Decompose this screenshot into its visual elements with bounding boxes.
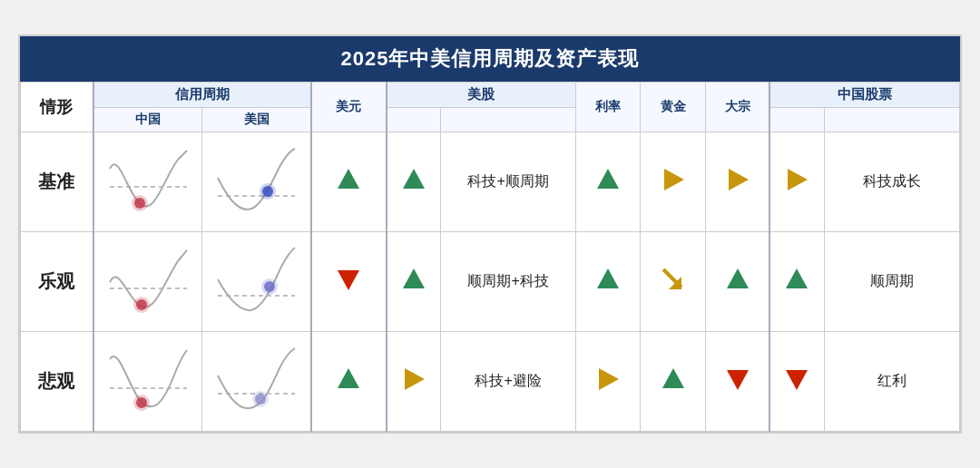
svg-marker-32 [405,368,425,390]
usd-cell [311,132,387,232]
china-wave-cell [93,232,202,332]
svg-marker-34 [662,368,684,388]
svg-marker-33 [599,368,619,390]
china-sub-header: 中国 [93,108,202,132]
us-stocks-arrow-cell [387,332,441,432]
svg-marker-19 [403,268,425,288]
arrow-right-gold-icon [399,365,428,398]
scenario-header: 情形 [21,83,93,132]
arrow-right-gold-icon [723,165,752,199]
china-stocks-text-cell: 顺周期 [824,232,959,332]
commodity-header: 大宗 [705,83,769,132]
svg-point-5 [262,186,273,197]
svg-marker-18 [338,270,359,290]
scenario-label: 基准 [21,132,93,232]
svg-marker-6 [338,169,359,189]
arrow-down-red-icon [334,265,363,298]
svg-marker-36 [786,370,808,390]
china-wave-cell [93,332,202,432]
arrow-down-red-icon [723,365,752,398]
scenario-label: 悲观 [21,332,93,432]
interest-rate-cell [576,332,641,432]
china-stocks-arrow-cell [769,232,824,332]
svg-marker-11 [788,169,808,190]
table-row: 乐观顺周期+科技顺周期 [21,232,960,332]
gold-cell [641,332,705,432]
svg-point-14 [136,299,147,310]
page-title: 2025年中美信用周期及资产表现 [20,36,960,82]
usa-wave-cell [202,132,311,232]
arrow-up-green-icon [593,265,622,298]
china-stocks-text-cell: 科技成长 [824,132,959,232]
table-row: 基准科技+顺周期科技成长 [21,132,960,232]
commodity-cell [705,132,769,232]
svg-marker-23 [727,268,749,288]
arrow-right-gold-icon [782,165,811,199]
us-stocks-arrow-cell [387,132,441,232]
svg-marker-31 [338,368,359,388]
usd-cell [311,332,387,432]
svg-marker-9 [664,169,684,190]
commodity-cell [705,232,769,332]
arrow-right-gold-icon [659,165,688,199]
china-stocks-text-header [824,108,959,132]
svg-point-30 [255,394,266,405]
us-stocks-arrow-header [387,108,441,132]
svg-point-17 [264,281,275,292]
svg-point-2 [134,198,145,209]
arrow-up-green-icon [399,265,428,298]
china-stocks-text-cell: 红利 [824,332,959,432]
usd-cell [311,232,387,332]
arrow-up-green-icon [593,165,622,199]
arrow-up-green-icon [399,165,428,199]
china-stocks-header: 中国股票 [769,83,959,108]
svg-marker-24 [786,268,808,288]
usd-header: 美元 [311,83,387,132]
arrow-right-gold-icon [593,365,622,398]
us-stocks-text-header [440,108,575,132]
china-stocks-arrow-cell [769,132,824,232]
us-stocks-text-cell: 科技+避险 [440,332,575,432]
gold-cell [641,232,705,332]
main-container: 2025年中美信用周期及资产表现 情形 信用周期 美元 美股 利率 黄金 大宗 … [18,34,962,434]
interest-rate-cell [576,132,641,232]
gold-header: 黄金 [641,83,705,132]
svg-marker-8 [597,169,619,189]
usa-sub-header: 美国 [202,108,311,132]
svg-marker-35 [727,370,749,390]
china-stocks-arrow-cell [769,332,824,432]
credit-cycle-header: 信用周期 [93,83,311,108]
scenario-label: 乐观 [21,232,93,332]
usa-wave-cell [202,232,311,332]
china-stocks-arrow-header [769,108,824,132]
arrow-up-green-icon [659,365,688,398]
us-stocks-arrow-cell [387,232,441,332]
usa-wave-cell [202,332,311,432]
china-wave-cell [93,132,202,232]
interest-rate-header: 利率 [576,83,641,132]
svg-marker-10 [729,169,749,190]
us-stocks-text-cell: 顺周期+科技 [440,232,575,332]
commodity-cell [705,332,769,432]
arrow-down-red-icon [782,365,811,398]
arrow-up-green-icon [723,265,752,298]
svg-marker-7 [403,169,425,189]
table-row: 悲观科技+避险红利 [21,332,960,432]
svg-marker-20 [597,268,619,288]
us-stocks-text-cell: 科技+顺周期 [440,132,575,232]
arrow-up-green-icon [334,365,363,398]
svg-point-27 [136,397,147,408]
us-stocks-header-group: 美股 [387,83,576,108]
arrow-up-green-icon [782,265,811,298]
arrow-up-green-icon [334,165,363,199]
gold-cell [641,132,705,232]
interest-rate-cell [576,232,641,332]
arrow-diag-down-gold-icon [658,264,689,299]
